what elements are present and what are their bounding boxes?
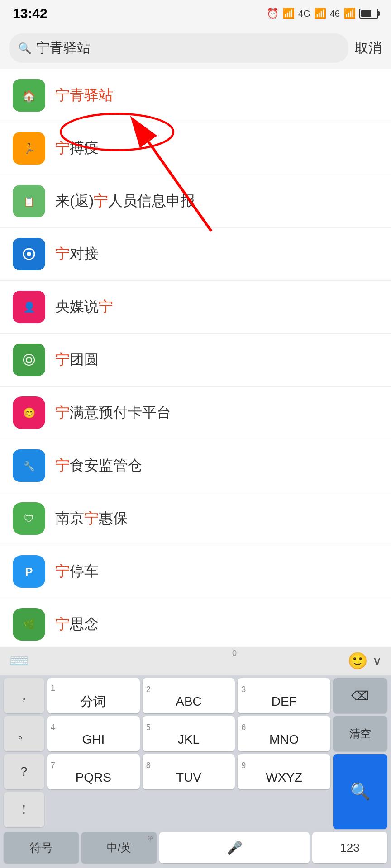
key-wxyz[interactable]: 9 WXYZ [238, 754, 330, 789]
search-results-list: 🏠 宁青驿站 🏃 宁搏疫 📋 来(返)宁人员信息申报 [0, 69, 391, 704]
list-item[interactable]: 宁团圆 [0, 334, 391, 387]
key-abc[interactable]: 2 ABC [143, 678, 235, 713]
key-lang-switch[interactable]: ⊕ 中/英 [81, 832, 157, 863]
key-123[interactable]: 123 [312, 832, 387, 863]
key-row-2: 4 GHI 5 JKL 6 MNO [47, 716, 330, 751]
search-input[interactable]: 宁青驿站 [36, 39, 339, 57]
key-space-num: 0 [232, 649, 237, 658]
keyboard-middle: 1 分词 2 ABC 3 DEF 4 GHI 5 [47, 678, 330, 829]
key-comma[interactable]: ， [4, 678, 44, 713]
cancel-button[interactable]: 取消 [355, 39, 382, 57]
list-item[interactable]: 🌿 宁思念 [0, 598, 391, 651]
svg-text:😊: 😊 [23, 407, 36, 419]
key-mno[interactable]: 6 MNO [238, 716, 330, 751]
svg-text:🛡: 🛡 [24, 513, 34, 524]
emoji-icon[interactable]: 🙂 [348, 651, 368, 670]
svg-point-11 [27, 252, 31, 256]
alarm-icon: ⏰ [267, 8, 279, 19]
key-period[interactable]: 。 [4, 716, 44, 751]
svg-text:🌿: 🌿 [23, 618, 36, 631]
list-item[interactable]: 宁对接 [0, 228, 391, 281]
app-icon-8: 🔧 [13, 449, 45, 482]
key-space[interactable]: 0 🎤 [159, 832, 310, 863]
app-icon-10: P [13, 555, 45, 588]
list-item[interactable]: 🛡 南京宁惠保 [0, 492, 391, 545]
app-name-9: 南京宁惠保 [55, 509, 378, 528]
key-row-1: 1 分词 2 ABC 3 DEF [47, 678, 330, 713]
key-def[interactable]: 3 DEF [238, 678, 330, 713]
app-icon-6 [13, 344, 45, 376]
key-123-label: 123 [340, 841, 359, 855]
key-symbol-label: 符号 [29, 840, 53, 856]
svg-text:📋: 📋 [24, 196, 35, 207]
app-name-7: 宁满意预付卡平台 [55, 403, 378, 423]
app-name-1: 宁青驿站 [55, 85, 378, 105]
keyboard-bottom-row: 符号 ⊕ 中/英 0 🎤 123 [0, 832, 391, 868]
keyboard: ⌨️ 🙂 ∨ ， 。 ？ ！ 1 分词 2 ABC [0, 647, 391, 868]
search-input-wrapper[interactable]: 🔍 宁青驿站 [9, 33, 348, 63]
list-item[interactable]: 🏃 宁搏疫 [0, 122, 391, 175]
app-icon-11: 🌿 [13, 608, 45, 641]
list-item[interactable]: 🏠 宁青驿站 [0, 69, 391, 122]
search-icon: 🔍 [18, 42, 32, 55]
key-question[interactable]: ？ [4, 754, 44, 789]
search-bar: 🔍 宁青驿站 取消 [0, 27, 391, 69]
keyboard-right-col: ⌫ 清空 🔍 [333, 678, 387, 829]
status-time: 13:42 [13, 6, 48, 21]
app-icon-2: 🏃 [13, 132, 45, 165]
app-icon-1: 🏠 [13, 79, 45, 112]
key-jkl[interactable]: 5 JKL [143, 716, 235, 751]
key-mic-icon: 🎤 [227, 840, 243, 855]
key-row-3: 7 PQRS 8 TUV 9 WXYZ [47, 754, 330, 789]
app-icon-3: 📋 [13, 185, 45, 217]
svg-text:🏠: 🏠 [22, 90, 36, 103]
svg-text:P: P [25, 565, 33, 579]
key-clear[interactable]: 清空 [333, 716, 387, 751]
keyboard-toggle-icon[interactable]: ⌨️ [9, 651, 29, 670]
svg-rect-14 [20, 351, 38, 369]
svg-text:🔧: 🔧 [24, 461, 35, 472]
key-lang-label: 中/英 [107, 840, 132, 855]
app-name-6: 宁团圆 [55, 350, 378, 370]
key-symbol[interactable]: 符号 [4, 832, 79, 863]
app-name-4: 宁对接 [55, 244, 378, 264]
key-tuv[interactable]: 8 TUV [143, 754, 235, 789]
battery-icon [359, 9, 378, 19]
list-item[interactable]: 📋 来(返)宁人员信息申报 [0, 175, 391, 228]
status-bar: 13:42 ⏰ 📶 4G 📶 46 📶 [0, 0, 391, 27]
key-search[interactable]: 🔍 [333, 754, 387, 829]
signal-bar-icon: 📶 [314, 8, 326, 19]
list-item[interactable]: P 宁停车 [0, 545, 391, 598]
signal-46-icon: 46 [330, 9, 340, 19]
key-fenci[interactable]: 1 分词 [47, 678, 140, 713]
list-item[interactable]: 👤 央媒说宁 [0, 281, 391, 334]
app-icon-9: 🛡 [13, 502, 45, 535]
key-lang-globe: ⊕ [147, 834, 153, 842]
key-exclaim[interactable]: ！ [4, 792, 44, 827]
signal-bar2-icon: 📶 [343, 8, 356, 19]
app-name-11: 宁思念 [55, 614, 378, 634]
app-name-3: 来(返)宁人员信息申报 [55, 191, 378, 211]
signal-4g-icon: 4G [298, 9, 310, 19]
wifi-icon: 📶 [282, 8, 295, 19]
keyboard-hide-icon[interactable]: ∨ [372, 654, 382, 669]
keyboard-toolbar: ⌨️ 🙂 ∨ [0, 647, 391, 675]
app-icon-4 [13, 238, 45, 270]
key-backspace[interactable]: ⌫ [333, 678, 387, 713]
status-icons: ⏰ 📶 4G 📶 46 📶 [267, 8, 378, 19]
app-icon-5: 👤 [13, 291, 45, 323]
app-name-5: 央媒说宁 [55, 297, 378, 317]
svg-text:👤: 👤 [23, 301, 36, 313]
svg-text:🏃: 🏃 [23, 142, 36, 155]
list-item[interactable]: 😊 宁满意预付卡平台 [0, 387, 391, 439]
keyboard-left-col: ， 。 ？ ！ [4, 678, 44, 829]
app-name-10: 宁停车 [55, 561, 378, 581]
app-icon-7: 😊 [13, 396, 45, 429]
app-name-2: 宁搏疫 [55, 138, 378, 158]
keyboard-main: ， 。 ？ ！ 1 分词 2 ABC 3 DEF [0, 675, 391, 832]
key-ghi[interactable]: 4 GHI [47, 716, 140, 751]
key-pqrs[interactable]: 7 PQRS [47, 754, 140, 789]
app-name-8: 宁食安监管仓 [55, 456, 378, 476]
list-item[interactable]: 🔧 宁食安监管仓 [0, 439, 391, 492]
